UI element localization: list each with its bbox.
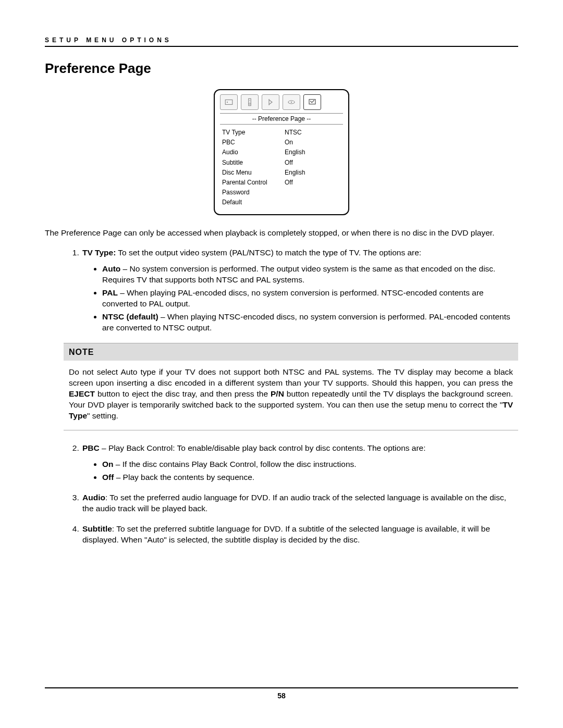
speaker-tab-icon <box>241 94 259 110</box>
item-subtitle: Subtitle: To set the preferred subtitle … <box>81 524 518 546</box>
svg-point-1 <box>227 102 228 103</box>
svg-point-4 <box>249 100 250 101</box>
osd-row-discmenu: Disc MenuEnglish <box>222 168 341 178</box>
svg-rect-0 <box>225 100 232 105</box>
pbc-options: On – If the disc contains Play Back Cont… <box>82 459 518 483</box>
document-page: SETUP MENU OPTIONS Preference Page <box>0 0 563 728</box>
osd-row-pbc: PBCOn <box>222 138 341 147</box>
item-audio: Audio: To set the preferred audio langua… <box>81 492 518 514</box>
general-tab-icon <box>220 94 238 110</box>
page-footer: 58 <box>45 687 518 700</box>
item-pbc: PBC – Play Back Control: To enable/disab… <box>81 443 518 483</box>
note-heading: NOTE <box>64 343 518 361</box>
page-number: 58 <box>45 692 518 700</box>
osd-menu-list: TV TypeNTSC PBCOn AudioEnglish SubtitleO… <box>220 128 343 208</box>
tvtype-options: Auto – No system conversion is performed… <box>82 264 518 334</box>
numbered-list-cont: PBC – Play Back Control: To enable/disab… <box>45 443 518 545</box>
osd-row-tvtype: TV TypeNTSC <box>222 128 341 138</box>
svg-point-3 <box>249 103 251 105</box>
header-rule <box>45 46 518 47</box>
osd-menu-title: -- Preference Page -- <box>220 113 343 125</box>
osd-tab-row <box>220 94 343 110</box>
opt-pbc-on: On – If the disc contains Play Back Cont… <box>102 459 518 470</box>
note-body: Do not select Auto type if your TV does … <box>64 361 518 430</box>
opt-pbc-off: Off – Play back the contents by sequence… <box>102 472 518 483</box>
opt-auto: Auto – No system conversion is performed… <box>102 264 518 286</box>
opt-pal: PAL – When playing PAL-encoded discs, no… <box>102 288 518 310</box>
osd-menu-panel: -- Preference Page -- TV TypeNTSC PBCOn … <box>214 89 349 215</box>
opt-ntsc: NTSC (default) – When playing NTSC-encod… <box>102 312 518 334</box>
osd-row-password: Password <box>222 188 341 198</box>
numbered-list: TV Type: To set the output video system … <box>45 248 518 333</box>
osd-row-subtitle: SubtitleOff <box>222 158 341 168</box>
svg-point-6 <box>291 102 292 103</box>
note-box: NOTE Do not select Auto type if your TV … <box>64 343 518 430</box>
intro-paragraph: The Preference Page can only be accessed… <box>45 228 518 239</box>
body-content: The Preference Page can only be accessed… <box>45 228 518 546</box>
osd-menu-figure: -- Preference Page -- TV TypeNTSC PBCOn … <box>214 89 349 215</box>
footer-rule <box>45 687 518 688</box>
page-title: Preference Page <box>45 60 518 77</box>
section-header: SETUP MENU OPTIONS <box>45 36 518 44</box>
preference-tab-icon <box>303 94 321 110</box>
video-tab-icon <box>283 94 300 110</box>
item-tvtype: TV Type: To set the output video system … <box>81 248 518 333</box>
osd-row-default: Default <box>222 198 341 207</box>
osd-row-parental: Parental ControlOff <box>222 178 341 188</box>
audio-tab-icon <box>262 94 279 110</box>
osd-row-audio: AudioEnglish <box>222 147 341 157</box>
